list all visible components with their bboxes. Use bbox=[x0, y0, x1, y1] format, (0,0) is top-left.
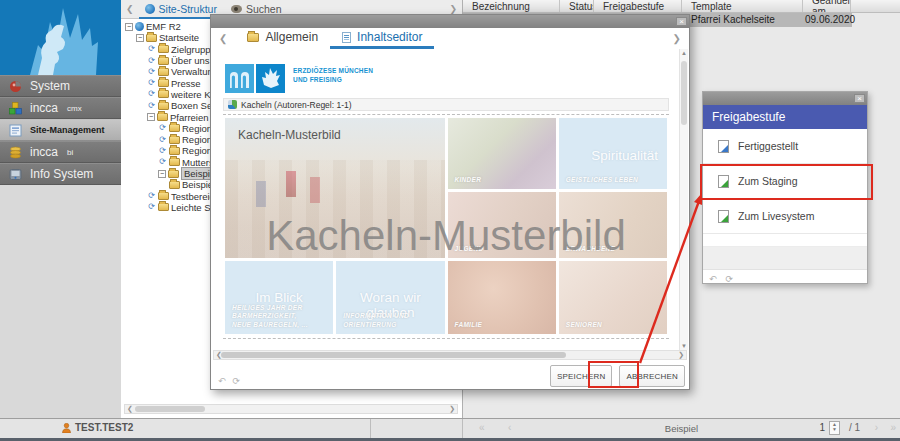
freigabe-item-fertiggestellt[interactable]: Fertiggestellt bbox=[703, 129, 867, 164]
folder-icon bbox=[247, 33, 259, 42]
tabs-scroll-left-icon[interactable]: ❮ bbox=[121, 4, 139, 14]
refresh-icon: ⟳ bbox=[147, 192, 156, 200]
scroll-right-icon[interactable]: ❯ bbox=[449, 405, 455, 413]
column-header-freigabestufe[interactable]: Freigabestufe bbox=[594, 0, 682, 12]
scroll-down-icon[interactable]: ▼ bbox=[680, 343, 688, 349]
page-number: 1 bbox=[819, 422, 825, 433]
tabs-scroll-right-icon[interactable]: ❯ bbox=[444, 4, 462, 14]
tab-label: Inhaltseditor bbox=[357, 30, 422, 44]
sidebar-item-label: incca bbox=[30, 145, 58, 159]
refresh-icon: ⟳ bbox=[158, 124, 167, 132]
refresh-icon: ⟳ bbox=[147, 45, 156, 53]
erzdioezese-logo: ERZDIÖZESE MÜNCHEN UND FREISING bbox=[225, 64, 373, 93]
close-icon[interactable]: × bbox=[676, 17, 687, 26]
column-header-status[interactable]: Status bbox=[560, 0, 594, 12]
cell-template: Pfarrei Kachelseite bbox=[691, 14, 775, 25]
folder-icon bbox=[169, 147, 180, 155]
freigabe-item-label: Zum Staging bbox=[738, 175, 798, 187]
dialog-tab-bar: ❮ Allgemein Inhaltseditor ❯ bbox=[211, 28, 689, 50]
folder-icon bbox=[158, 79, 169, 87]
search-eye-icon bbox=[231, 5, 242, 13]
collapse-icon[interactable]: − bbox=[158, 170, 166, 178]
tile-spiritualitaet[interactable]: Spiritualität GEISTLICHES LEBEN bbox=[559, 118, 667, 189]
folder-icon bbox=[158, 45, 169, 53]
scrollbar-thumb[interactable] bbox=[135, 406, 205, 412]
sidebar-item-site-management[interactable]: Site-Management bbox=[0, 119, 121, 141]
sidebar-item-sup: bi bbox=[67, 148, 73, 157]
page-arrow-icon bbox=[718, 210, 729, 223]
kacheln-section-icon bbox=[228, 100, 237, 109]
sidebar-item-label: incca bbox=[30, 101, 58, 115]
tab-label: Site-Struktur bbox=[159, 3, 217, 15]
kacheln-section-header: Kacheln (Autoren-Regel: 1-1) bbox=[223, 98, 669, 111]
pagination-bar: « ‹ Beispiel 1 ▲▼ / 1 › » bbox=[463, 419, 900, 438]
tree-horizontal-scrollbar[interactable]: ❮ ❯ bbox=[124, 404, 458, 414]
section-label: Kacheln (Autoren-Regel: 1-1) bbox=[241, 100, 352, 110]
close-icon[interactable]: × bbox=[854, 94, 865, 103]
undo-icon[interactable]: ↶ bbox=[218, 376, 226, 386]
column-header-geaendert-am[interactable]: Geändert am bbox=[803, 0, 851, 12]
folder-icon bbox=[169, 124, 180, 132]
tab-allgemein[interactable]: Allgemein bbox=[235, 28, 330, 49]
sidebar-item-label: Site-Management bbox=[30, 125, 105, 135]
folder-icon bbox=[158, 102, 169, 110]
refresh-icon[interactable]: ⟳ bbox=[233, 376, 241, 386]
dialog-title-bar: × bbox=[211, 15, 689, 28]
folder-icon bbox=[158, 203, 169, 211]
preview-watermark: Kacheln-Musterbild bbox=[266, 212, 626, 260]
folder-icon bbox=[168, 170, 179, 178]
next-page-icon[interactable]: › bbox=[875, 422, 878, 433]
document-icon bbox=[342, 32, 351, 43]
tabs-scroll-left-icon[interactable]: ❮ bbox=[211, 28, 235, 49]
sidebar-item-label: Info System bbox=[30, 167, 93, 181]
cubes-icon bbox=[9, 102, 22, 115]
refresh-icon: ⟳ bbox=[158, 147, 167, 155]
tile-senioren[interactable]: SENIOREN bbox=[559, 261, 667, 334]
panel-footer: ↶ ⟳ bbox=[703, 270, 867, 288]
tab-inhaltseditor[interactable]: Inhaltseditor bbox=[330, 28, 434, 49]
scrollbar-thumb[interactable] bbox=[221, 352, 566, 358]
tile-familie[interactable]: FAMILIE bbox=[448, 261, 556, 334]
scroll-left-icon[interactable]: ❮ bbox=[127, 405, 133, 413]
scrollbar-thumb[interactable] bbox=[681, 61, 687, 125]
last-page-icon[interactable]: » bbox=[890, 422, 896, 433]
column-header-bezeichnung[interactable]: Bezeichnung bbox=[463, 0, 560, 12]
cell-geaendert-am: 09.06.2020 bbox=[805, 14, 855, 25]
tabs-scroll-right-icon[interactable]: ❯ bbox=[665, 28, 689, 49]
table-header: Bezeichnung Status Freigabestufe Templat… bbox=[463, 0, 900, 13]
tile-im-blick[interactable]: Im Blick HEILIGES JAHR DER BARMHERZIGKEI… bbox=[225, 261, 333, 334]
sidebar-item-sup: cmx bbox=[67, 104, 82, 113]
logo-mark-figure bbox=[256, 64, 285, 93]
freigabe-item-zum-staging[interactable]: Zum Staging bbox=[703, 164, 867, 199]
tile-kinder[interactable]: KINDER bbox=[448, 118, 556, 189]
collapse-icon[interactable]: − bbox=[136, 34, 144, 42]
dialog-horizontal-scrollbar[interactable]: ❮ ❯ bbox=[213, 350, 687, 360]
sidebar-item-incca-bi[interactable]: inccabi bbox=[0, 141, 121, 163]
folder-icon bbox=[169, 136, 180, 144]
site-management-icon bbox=[9, 124, 22, 137]
logged-in-user[interactable]: TEST.TEST2 bbox=[62, 422, 133, 433]
scroll-up-icon[interactable]: ▲ bbox=[680, 50, 688, 56]
collapse-icon[interactable]: − bbox=[147, 113, 155, 121]
folder-icon bbox=[158, 68, 169, 76]
refresh-icon[interactable]: ⟳ bbox=[726, 274, 734, 284]
sidebar-item-info-system[interactable]: Info System bbox=[0, 163, 121, 185]
tile-woran-wir-glauben[interactable]: Woran wir glauben INFORMATION UND ORIENT… bbox=[336, 261, 444, 334]
scroll-right-icon[interactable]: ❯ bbox=[678, 351, 684, 359]
freigabestufe-panel: × Freigabestufe Fertiggestellt Zum Stagi… bbox=[702, 91, 868, 284]
sidebar-item-incca-cmx[interactable]: inccacmx bbox=[0, 97, 121, 119]
freigabe-item-label: Zum Livesystem bbox=[738, 210, 814, 222]
user-icon bbox=[62, 423, 71, 433]
undo-icon[interactable]: ↶ bbox=[709, 274, 717, 284]
dialog-footer: ↶ ⟳ SPEICHERN ABBRECHEN bbox=[211, 361, 689, 391]
page-spinner[interactable]: ▲▼ bbox=[829, 421, 840, 435]
save-button[interactable]: SPEICHERN bbox=[550, 365, 612, 387]
collapse-icon[interactable]: − bbox=[125, 23, 133, 31]
cancel-button[interactable]: ABBRECHEN bbox=[619, 365, 685, 387]
logo-mark-arches bbox=[225, 64, 254, 93]
folder-icon bbox=[157, 113, 168, 121]
freigabe-item-zum-livesystem[interactable]: Zum Livesystem bbox=[703, 199, 867, 234]
column-header-template[interactable]: Template bbox=[682, 0, 803, 12]
dialog-vertical-scrollbar[interactable]: ▲ ▼ bbox=[679, 49, 688, 350]
sidebar-item-system[interactable]: System bbox=[0, 75, 121, 97]
